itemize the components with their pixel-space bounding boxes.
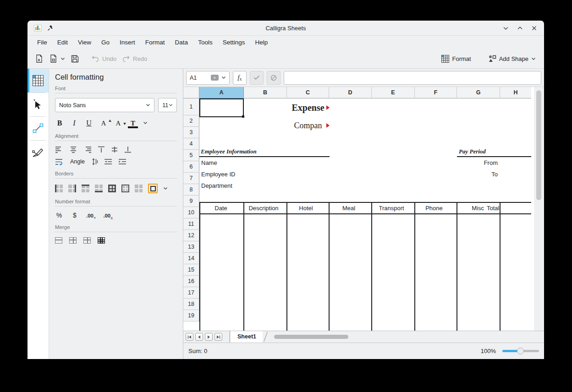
row-header[interactable]: 3 [183, 127, 199, 138]
accept-entry-button[interactable] [250, 71, 264, 85]
border-box-button-selected[interactable] [148, 184, 158, 193]
column-header[interactable]: C [287, 87, 329, 98]
formula-input[interactable] [284, 71, 541, 85]
font-family-select[interactable]: Noto Sans [55, 98, 154, 112]
column-header[interactable]: H [500, 87, 531, 98]
open-document-button[interactable] [46, 52, 68, 65]
merge-cells-button[interactable] [55, 237, 62, 244]
row-header[interactable]: 2 [183, 115, 199, 127]
increase-precision-button[interactable]: .00+ [86, 212, 96, 219]
cell-pay-period[interactable]: Pay Period [459, 146, 486, 156]
border-none-button[interactable] [135, 185, 143, 192]
table-header-cell[interactable]: Transport [370, 203, 412, 213]
row-header[interactable]: 12 [183, 230, 199, 241]
row-header[interactable]: 15 [183, 264, 199, 276]
border-outer-button[interactable] [121, 185, 129, 192]
align-top-icon[interactable] [98, 146, 105, 153]
cell-ref-chevron[interactable] [221, 76, 226, 79]
currency-format-button[interactable]: $ [71, 212, 79, 219]
grow-font-button[interactable]: A [99, 118, 108, 128]
row-header[interactable]: 1 [183, 98, 199, 115]
menu-item[interactable]: Settings [218, 36, 250, 49]
table-header-cell[interactable]: Meal [327, 203, 370, 213]
cancel-entry-button[interactable] [267, 71, 280, 85]
align-bottom-icon[interactable] [124, 146, 132, 153]
cell-title-expense[interactable]: Expense [287, 98, 329, 117]
column-header[interactable]: G [457, 87, 500, 98]
italic-button[interactable]: I [70, 118, 79, 128]
menu-item[interactable]: View [73, 36, 96, 49]
save-button[interactable] [68, 53, 82, 65]
border-right-button[interactable] [68, 185, 76, 192]
row-header[interactable]: 5 [183, 150, 199, 161]
align-center-icon[interactable] [69, 146, 77, 153]
row-header[interactable]: 19 [183, 310, 199, 321]
horizontal-scrollbar-thumb[interactable] [274, 335, 348, 339]
selection-tool-button[interactable] [28, 93, 49, 116]
row-header[interactable]: 8 [183, 184, 199, 196]
table-header-cell[interactable]: Description [242, 203, 285, 213]
row-header[interactable]: 9 [183, 196, 199, 207]
minimize-button[interactable] [502, 24, 509, 32]
row-header[interactable]: 7 [183, 173, 199, 184]
indent-decrease-icon[interactable] [104, 158, 112, 165]
add-shape-button[interactable]: Add Shape [486, 53, 539, 65]
redo-button[interactable]: Redo [119, 53, 150, 64]
font-size-select[interactable]: 11 [158, 98, 177, 112]
menu-item[interactable]: Insert [115, 36, 140, 49]
undo-button[interactable]: Undo [88, 53, 119, 64]
table-header-cell[interactable]: Date [199, 203, 242, 213]
table-header-cell[interactable]: Phone [412, 203, 456, 213]
clear-icon[interactable]: × [211, 75, 219, 81]
column-header[interactable]: B [244, 87, 287, 98]
cell-name-label[interactable]: Name [201, 157, 217, 169]
column-header[interactable]: E [372, 87, 415, 98]
cell-employee-id-label[interactable]: Employee ID [201, 169, 235, 180]
border-top-button[interactable] [82, 185, 89, 192]
text-color-chevron[interactable] [143, 121, 148, 125]
borders-chevron[interactable] [163, 187, 168, 190]
cell-area[interactable]: Expense Compan Employee Information Pay … [199, 98, 531, 331]
cell-reference-box[interactable]: A1 × [186, 71, 230, 85]
maximize-button[interactable] [516, 24, 523, 32]
align-left-icon[interactable] [55, 146, 63, 153]
line-connector-tool-button[interactable] [28, 116, 49, 140]
row-header[interactable]: 6 [183, 161, 199, 173]
zoom-slider[interactable] [502, 350, 539, 352]
menu-item[interactable]: Tools [193, 36, 218, 49]
dissociate-cells-button[interactable] [98, 237, 105, 244]
formula-builder-button[interactable]: fx [233, 71, 247, 85]
vertical-scrollbar[interactable] [534, 87, 544, 331]
menu-item[interactable]: Data [170, 36, 193, 49]
path-drawing-tool-button[interactable] [28, 140, 49, 164]
text-color-button[interactable]: T [128, 118, 138, 128]
indent-increase-icon[interactable] [118, 158, 126, 165]
menu-item[interactable]: Edit [52, 36, 73, 49]
row-header[interactable]: 13 [183, 241, 199, 253]
shrink-font-button[interactable]: A [114, 118, 123, 128]
sheet-tab[interactable]: Sheet1 [230, 331, 263, 343]
align-middle-icon[interactable] [111, 146, 118, 153]
percent-format-button[interactable]: % [55, 212, 63, 219]
border-bottom-button[interactable] [95, 185, 103, 192]
row-header[interactable]: 17 [183, 287, 199, 299]
previous-sheet-button[interactable] [195, 333, 203, 341]
vertical-text-icon[interactable] [92, 158, 98, 165]
last-sheet-button[interactable] [214, 333, 222, 341]
fill-handle[interactable] [242, 115, 244, 118]
first-sheet-button[interactable] [186, 333, 193, 341]
format-button[interactable]: Format [439, 53, 473, 65]
table-header-cell[interactable]: Hotel [285, 203, 327, 213]
underline-button[interactable]: U [84, 118, 94, 128]
row-header[interactable]: 14 [183, 253, 199, 264]
cell-to-label[interactable]: To [457, 169, 498, 180]
align-right-icon[interactable] [83, 146, 92, 153]
new-document-button[interactable] [32, 52, 46, 65]
close-button[interactable] [530, 24, 538, 32]
row-header[interactable]: 10 [183, 207, 199, 218]
column-header[interactable]: D [329, 87, 372, 98]
cell-subtitle-company[interactable]: Compan [287, 117, 329, 134]
sheet-grid[interactable]: ABCDEFGH 12345678910111213141516171819 E… [183, 87, 544, 331]
zoom-slider-knob[interactable] [517, 348, 524, 354]
cell-department-label[interactable]: Department [201, 180, 232, 191]
